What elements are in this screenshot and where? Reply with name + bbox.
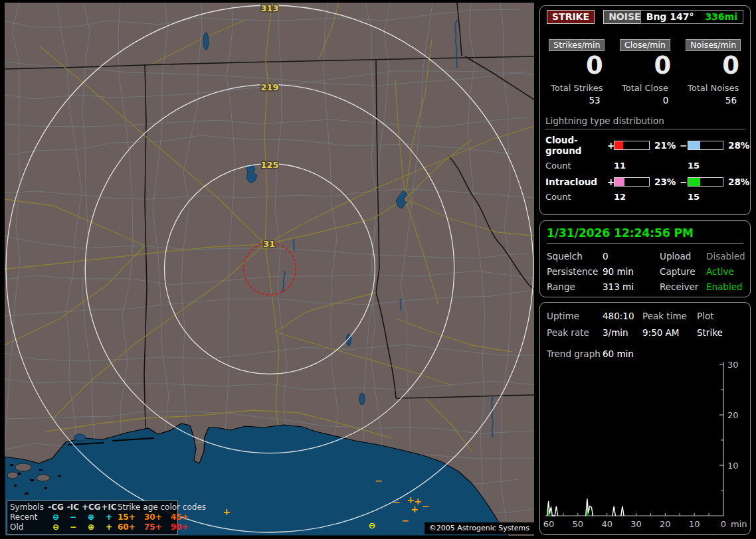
noises-per-min-button[interactable]: Noises/min: [686, 39, 741, 51]
cloud-ground-label: Cloud-ground: [545, 135, 607, 156]
total-noises-value: 56: [682, 95, 745, 106]
strike-symbol: −: [375, 475, 383, 486]
legend-col-pos-cg: +CG: [82, 502, 100, 512]
close-range-ring: [244, 243, 296, 295]
cg-negative-pct: 28%: [725, 140, 749, 151]
ic-negative-bar: [688, 177, 723, 187]
ring-label-31: 31: [263, 239, 275, 249]
strikes-per-min-button[interactable]: Strikes/min: [549, 39, 605, 51]
cg-negative-bar: [688, 141, 723, 150]
age-90: 90+: [171, 522, 193, 532]
svg-text:40: 40: [601, 519, 613, 529]
svg-text:30: 30: [727, 360, 739, 370]
total-close-label: Total Close: [614, 83, 677, 93]
svg-text:20: 20: [660, 519, 671, 529]
range-value: 313 mi: [603, 281, 660, 292]
legend-col-pos-ic: +IC: [100, 502, 118, 512]
total-strikes-label: Total Strikes: [545, 83, 609, 93]
capture-label: Capture: [660, 266, 706, 277]
legend-age-title: Strike age color codes: [118, 502, 193, 512]
total-close-value: 0: [614, 95, 677, 106]
age-60: 60+: [118, 522, 144, 532]
copyright-text: ©2005 Astrogenic Systems: [425, 522, 534, 534]
bearing-display: Bng 147° 336mi: [640, 10, 743, 24]
strike-symbol: +: [411, 504, 419, 514]
strikes-per-min-value: 0: [545, 52, 609, 79]
bearing-label: Bng 147°: [646, 11, 694, 22]
receiver-status: Enabled: [706, 281, 745, 292]
minus-sign: −: [680, 140, 688, 151]
uptime-value: 480:10: [603, 311, 642, 321]
ring-labels: 313 219 125 31: [260, 3, 278, 249]
age-30: 30+: [144, 512, 171, 522]
count-label: Count: [545, 161, 607, 171]
old-pos-ic-icon: +: [100, 522, 118, 532]
ring-label-219: 219: [260, 82, 278, 92]
noises-column: Noises/min 0 Total Noises 56: [682, 38, 745, 106]
plus-sign: +: [607, 177, 614, 187]
close-per-min-button[interactable]: Close/min: [620, 39, 670, 51]
legend-col-neg-ic: -IC: [64, 502, 82, 512]
map-legend: Symbols -CG -IC +CG +IC Strike age color…: [7, 501, 178, 535]
svg-text:50: 50: [573, 519, 584, 529]
count-label: Count: [545, 192, 607, 202]
svg-text:60: 60: [543, 519, 555, 529]
recent-neg-cg-icon: ⊖: [47, 512, 64, 522]
svg-text:10: 10: [727, 461, 739, 471]
cg-positive-bar: [614, 141, 650, 150]
status-panel: 1/31/2026 12:24:56 PM Squelch 0 Upload D…: [539, 220, 751, 297]
old-neg-cg-icon: ⊖: [47, 522, 64, 532]
plot-mode-value: Strike: [697, 327, 743, 338]
datetime-display: 1/31/2026 12:24:56 PM: [547, 226, 743, 244]
strikes-column: Strikes/min 0 Total Strikes 53: [545, 38, 609, 106]
squelch-value: 0: [603, 251, 660, 262]
cg-negative-count: 15: [688, 161, 725, 171]
ring-label-313: 313: [260, 3, 278, 13]
total-strikes-value: 53: [545, 95, 609, 106]
svg-text:30: 30: [630, 519, 642, 529]
persistence-label: Persistence: [547, 266, 603, 277]
close-column: Close/min 0 Total Close 0: [614, 38, 677, 106]
peak-time-value: 9:50 AM: [642, 327, 697, 338]
legend-recent-label: Recent: [10, 512, 47, 522]
persistence-value: 90 min: [603, 266, 660, 277]
distribution-title: Lightning type distribution: [545, 116, 745, 129]
cloud-ground-row: Cloud-ground + 21% − 28%: [545, 135, 745, 156]
upload-status: Disabled: [706, 251, 745, 262]
map-canvas[interactable]: 313 219 125 31 −−+++−−⊖+ Symbols -CG -IC…: [5, 3, 534, 536]
uptime-label: Uptime: [547, 311, 603, 321]
close-per-min-value: 0: [614, 52, 677, 79]
total-noises-label: Total Noises: [682, 83, 745, 93]
old-neg-ic-icon: −: [64, 522, 82, 532]
ic-positive-pct: 23%: [651, 177, 680, 187]
peak-time-label: Peak time: [642, 311, 697, 321]
peak-rate-value: 3/min: [603, 327, 642, 338]
strike-symbol: −: [401, 515, 409, 526]
strike-stats-panel: STRIKE NOISE Bng 147° 336mi Strikes/min …: [539, 5, 751, 215]
recent-pos-cg-icon: ⊕: [82, 512, 100, 522]
legend-old-label: Old: [10, 522, 47, 532]
ring-label-125: 125: [260, 160, 278, 170]
intracloud-label: Intracloud: [545, 177, 607, 187]
plus-sign: +: [607, 140, 614, 151]
svg-text:10: 10: [689, 519, 700, 529]
legend-symbols-title: Symbols: [10, 502, 47, 512]
cg-positive-pct: 21%: [651, 140, 680, 151]
svg-text:min: min: [731, 519, 747, 529]
map-svg: 313 219 125 31 −−+++−−⊖+: [5, 3, 534, 536]
receiver-label: Receiver: [660, 281, 706, 292]
trend-chart: 1020306050403020100min: [540, 350, 750, 535]
noises-per-min-value: 0: [682, 52, 745, 79]
cg-positive-count: 11: [614, 161, 651, 171]
age-75: 75+: [144, 522, 171, 532]
ic-positive-bar: [614, 177, 650, 187]
range-label: Range: [547, 281, 603, 292]
legend-col-neg-cg: -CG: [47, 502, 64, 512]
svg-text:0: 0: [721, 519, 726, 529]
minus-sign: −: [680, 177, 688, 187]
strike-symbol: −: [422, 501, 430, 511]
strike-button[interactable]: STRIKE: [547, 10, 595, 24]
ic-negative-count: 15: [688, 192, 725, 202]
ic-positive-count: 12: [614, 192, 651, 202]
age-15: 15+: [118, 512, 144, 522]
